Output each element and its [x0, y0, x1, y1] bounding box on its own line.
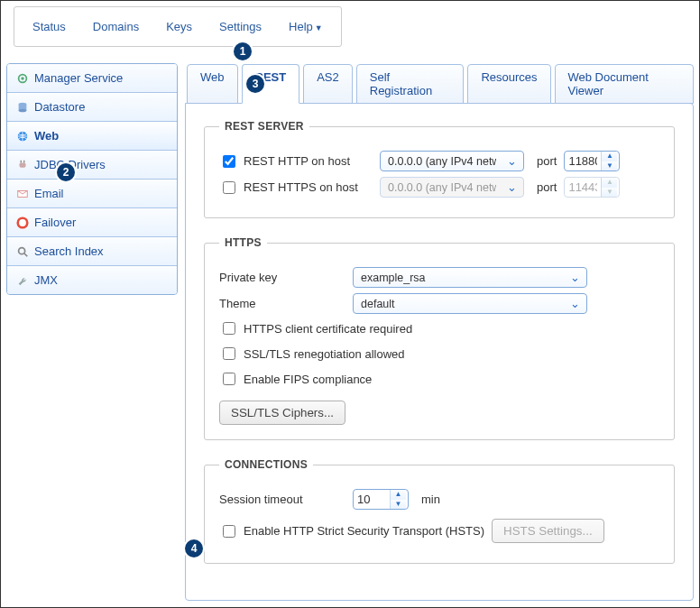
- spinner: ▲▼: [601, 178, 617, 197]
- port-label: port: [537, 180, 557, 194]
- nav-status[interactable]: Status: [27, 16, 71, 37]
- session-timeout-input[interactable]: ▲▼: [353, 489, 409, 510]
- sidebar-item-email[interactable]: Email: [7, 180, 177, 208]
- wrench-icon: [16, 274, 29, 287]
- tab-as2[interactable]: AS2: [303, 64, 353, 104]
- sidebar-item-label: Datastore: [34, 100, 85, 114]
- https-group: HTTPS Private key example_rsa ⌄ Theme de…: [204, 236, 675, 440]
- sidebar-item-search-index[interactable]: Search Index: [7, 237, 177, 266]
- hsts-checkbox[interactable]: Enable HTTP Strict Security Transport (H…: [219, 522, 484, 540]
- theme-label: Theme: [219, 297, 345, 310]
- spin-up-icon: ▲: [602, 178, 617, 188]
- svg-point-1: [21, 77, 24, 80]
- select-value: 0.0.0.0 (any IPv4 network interface): [388, 181, 496, 194]
- spin-up-icon[interactable]: ▲: [391, 490, 406, 500]
- check-input[interactable]: [223, 347, 235, 360]
- sidebar-item-label: JMX: [34, 273, 58, 287]
- private-key-select[interactable]: example_rsa ⌄: [353, 267, 587, 288]
- sidebar-item-label: Search Index: [34, 244, 104, 258]
- timeout-units: min: [421, 493, 440, 506]
- nav-help[interactable]: Help▼: [283, 16, 328, 37]
- globe-icon: [16, 130, 29, 143]
- rest-http-check-input[interactable]: [223, 155, 235, 168]
- group-legend: CONNECTIONS: [219, 458, 313, 471]
- rest-server-group: REST SERVER REST HTTP on host 0.0.0.0 (a…: [204, 120, 675, 218]
- sidebar-item-label: Email: [34, 187, 64, 200]
- rest-https-label: REST HTTPS on host: [244, 180, 358, 194]
- group-legend: HTTPS: [219, 236, 267, 249]
- check-input[interactable]: [223, 322, 235, 335]
- nav-keys[interactable]: Keys: [161, 16, 198, 37]
- select-value: default: [361, 298, 395, 310]
- spin-down-icon[interactable]: ▼: [602, 161, 617, 171]
- sidebar: Manager Service Datastore Web JDBC Drive…: [6, 63, 178, 295]
- sidebar-item-label: Failover: [34, 216, 76, 229]
- port-value[interactable]: [565, 152, 601, 170]
- check-label: Enable FIPS compliance: [244, 373, 372, 386]
- port-label: port: [537, 154, 557, 168]
- svg-rect-6: [20, 162, 26, 167]
- chevron-down-icon: ⌄: [566, 297, 583, 310]
- check-label: Enable HTTP Strict Security Transport (H…: [244, 524, 484, 538]
- select-value: example_rsa: [361, 272, 426, 284]
- ssl-ciphers-button[interactable]: SSL/TLS Ciphers...: [219, 401, 345, 425]
- chevron-down-icon: ⌄: [503, 180, 520, 194]
- timeout-value[interactable]: [354, 490, 390, 509]
- cylinder-icon: [16, 101, 29, 114]
- group-legend: REST SERVER: [219, 120, 309, 133]
- tab-panel: REST SERVER REST HTTP on host 0.0.0.0 (a…: [185, 103, 694, 601]
- rest-https-port-input: ▲▼: [564, 177, 620, 198]
- theme-select[interactable]: default ⌄: [353, 293, 587, 314]
- svg-line-13: [24, 253, 28, 256]
- sidebar-item-web[interactable]: Web: [7, 122, 177, 151]
- https-client-cert-checkbox[interactable]: HTTPS client certificate required: [219, 319, 659, 337]
- spin-down-icon: ▼: [602, 188, 617, 198]
- tab-web-document-viewer[interactable]: Web Document Viewer: [555, 64, 694, 104]
- select-value: 0.0.0.0 (any IPv4 network interface): [388, 155, 496, 168]
- rest-http-label: REST HTTP on host: [244, 154, 350, 168]
- svg-point-11: [21, 220, 24, 224]
- spin-down-icon[interactable]: ▼: [391, 500, 406, 510]
- rest-http-checkbox[interactable]: REST HTTP on host: [219, 152, 373, 170]
- private-key-label: Private key: [219, 271, 345, 284]
- spinner[interactable]: ▲▼: [390, 490, 406, 509]
- rest-http-host-select[interactable]: 0.0.0.0 (any IPv4 network interface) ⌄: [380, 151, 524, 171]
- plug-icon: [16, 159, 29, 171]
- svg-point-12: [19, 247, 25, 253]
- sidebar-item-datastore[interactable]: Datastore: [7, 93, 177, 122]
- tab-web[interactable]: Web: [187, 64, 238, 104]
- ssl-renegotiation-checkbox[interactable]: SSL/TLS renegotiation allowed: [219, 345, 659, 363]
- tab-self-registration[interactable]: Self Registration: [356, 64, 465, 104]
- sidebar-item-manager-service[interactable]: Manager Service: [7, 64, 177, 93]
- svg-point-4: [19, 108, 27, 112]
- rest-https-checkbox[interactable]: REST HTTPS on host: [219, 179, 373, 197]
- search-icon: [16, 245, 29, 258]
- check-input[interactable]: [223, 373, 235, 385]
- nav-settings[interactable]: Settings: [214, 16, 267, 37]
- sidebar-item-label: JDBC Drivers: [34, 158, 106, 171]
- spinner[interactable]: ▲▼: [601, 152, 617, 170]
- top-nav: Status Domains Keys Settings Help▼: [14, 6, 342, 47]
- sidebar-item-jmx[interactable]: JMX: [7, 266, 177, 294]
- fips-compliance-checkbox[interactable]: Enable FIPS compliance: [219, 370, 659, 388]
- nav-domains[interactable]: Domains: [88, 16, 144, 37]
- check-label: SSL/TLS renegotiation allowed: [244, 347, 405, 361]
- rest-https-check-input[interactable]: [223, 181, 235, 194]
- gear-icon: [16, 72, 29, 85]
- rest-https-host-select: 0.0.0.0 (any IPv4 network interface) ⌄: [380, 177, 524, 198]
- check-input[interactable]: [223, 525, 235, 538]
- lifering-icon: [16, 216, 29, 229]
- connections-group: CONNECTIONS Session timeout ▲▼ min Enabl…: [204, 458, 675, 564]
- check-label: HTTPS client certificate required: [244, 322, 412, 336]
- session-timeout-label: Session timeout: [219, 493, 345, 506]
- envelope-icon: [16, 188, 29, 200]
- sidebar-item-failover[interactable]: Failover: [7, 208, 177, 237]
- caret-down-icon: ▼: [315, 23, 323, 32]
- rest-http-port-input[interactable]: ▲▼: [564, 151, 620, 171]
- tab-bar: Web REST AS2 Self Registration Resources…: [185, 63, 694, 103]
- tab-resources[interactable]: Resources: [467, 64, 550, 104]
- spin-up-icon[interactable]: ▲: [602, 152, 617, 161]
- tab-rest[interactable]: REST: [242, 64, 300, 104]
- sidebar-item-jdbc-drivers[interactable]: JDBC Drivers: [7, 151, 177, 180]
- sidebar-item-label: Web: [34, 129, 59, 143]
